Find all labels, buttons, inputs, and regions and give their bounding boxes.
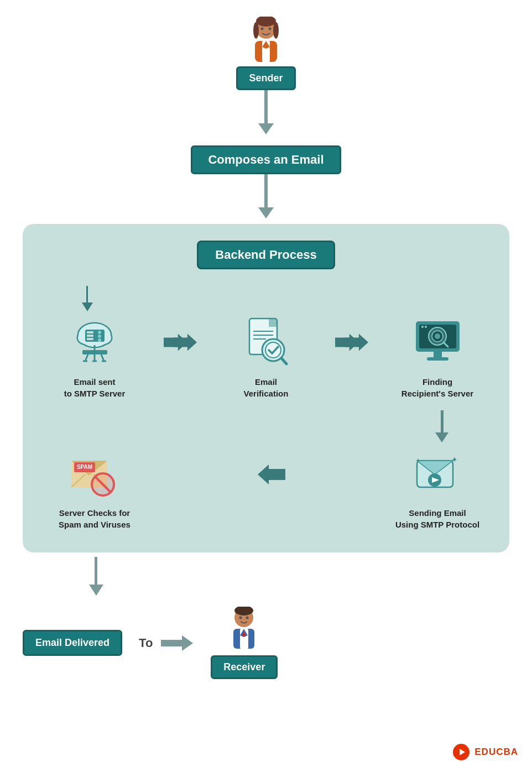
- svg-rect-18: [87, 335, 93, 337]
- svg-point-50: [425, 326, 427, 328]
- svg-text:✦: ✦: [416, 457, 420, 463]
- down-arrow-triangle: [435, 432, 448, 442]
- smtp-protocol-icon: ✦ ✦: [410, 445, 465, 500]
- step2-verification: EmailVerification: [211, 314, 321, 399]
- sender-person-icon: [244, 17, 288, 66]
- vert-arrow-line: [441, 410, 444, 432]
- to-label: To: [139, 636, 153, 650]
- educba-logo: EDUCBA: [452, 743, 518, 761]
- step4-label: Server Checks forSpam and Viruses: [59, 507, 131, 530]
- svg-point-49: [421, 326, 424, 328]
- process-row-1: Email sentto SMTP Server: [39, 314, 493, 399]
- receiver-container: Receiver: [211, 607, 278, 679]
- step2-label: EmailVerification: [244, 376, 289, 399]
- svg-point-4: [261, 28, 264, 30]
- smtp-server-icon: [67, 314, 122, 369]
- svg-point-22: [98, 338, 101, 342]
- svg-marker-42: [345, 334, 368, 351]
- svg-marker-34: [269, 319, 277, 327]
- svg-marker-61: [258, 465, 285, 484]
- connector-vert: [86, 286, 88, 302]
- step1-smtp: Email sentto SMTP Server: [39, 314, 150, 399]
- arrow-step1-to-2: [164, 314, 197, 351]
- sender-label: Sender: [236, 66, 295, 90]
- arrow-line-1: [264, 90, 268, 123]
- svg-point-5: [269, 28, 272, 30]
- svg-rect-51: [434, 352, 442, 357]
- arrow-1: [258, 123, 274, 134]
- backend-title: Backend Process: [197, 241, 335, 269]
- arrow-step2-to-3: [335, 314, 368, 351]
- bottom-row: Email Delivered To: [23, 607, 509, 679]
- spam-check-icon: SPAM: [67, 445, 122, 500]
- bottom-down-arrow: [89, 585, 103, 596]
- compose-label: Composes an Email: [191, 145, 341, 174]
- email-delivered-container: Email Delivered: [23, 630, 122, 656]
- email-verification-icon: [238, 314, 294, 369]
- step3-recipient-server: FindingRecipient's Server: [382, 314, 493, 399]
- step5-smtp-protocol: ✦ ✦ Sending EmailUsing SMTP Protocol: [382, 445, 493, 530]
- svg-point-72: [246, 617, 249, 619]
- bottom-vert-line: [95, 557, 97, 585]
- svg-line-40: [281, 358, 286, 364]
- connector-arrow: [82, 302, 93, 311]
- arrow-row-connector: [39, 410, 493, 442]
- svg-marker-32: [173, 334, 197, 351]
- backend-title-row: Backend Process: [39, 241, 493, 269]
- svg-rect-17: [87, 331, 93, 333]
- email-delivered-label: Email Delivered: [23, 630, 122, 656]
- svg-line-25: [85, 354, 88, 361]
- receiver-person-icon: [223, 607, 265, 651]
- step1-label: Email sentto SMTP Server: [64, 376, 126, 399]
- step5-label: Sending EmailUsing SMTP Protocol: [395, 507, 479, 530]
- arrow-step5-to-4: [247, 445, 285, 484]
- svg-marker-68: [161, 635, 193, 651]
- svg-line-27: [101, 354, 104, 361]
- svg-point-21: [98, 335, 101, 338]
- bottom-arrow-container: [23, 557, 509, 596]
- recipient-server-icon: [410, 314, 465, 369]
- svg-point-2: [253, 22, 259, 39]
- backend-process-box: Backend Process: [23, 224, 509, 552]
- to-arrow-container: To: [139, 635, 194, 651]
- svg-point-47: [435, 333, 440, 339]
- svg-point-20: [98, 331, 101, 334]
- svg-rect-52: [427, 357, 448, 361]
- educba-text: EDUCBA: [474, 747, 518, 758]
- svg-text:✦: ✦: [451, 455, 458, 464]
- process-row-2: SPAM Server Checks forSpam and Viruses: [39, 445, 493, 530]
- educba-icon: [452, 743, 470, 761]
- step4-spam-check: SPAM Server Checks forSpam and Viruses: [39, 445, 150, 530]
- diagram-container: Sender Composes an Email Backend Process: [23, 17, 509, 679]
- svg-point-71: [239, 617, 242, 619]
- svg-point-39: [265, 342, 281, 358]
- svg-point-3: [273, 22, 279, 39]
- svg-rect-24: [82, 350, 107, 354]
- svg-rect-19: [87, 338, 93, 340]
- step3-label: FindingRecipient's Server: [401, 376, 473, 399]
- arrow-line-2: [264, 174, 268, 207]
- receiver-label: Receiver: [211, 655, 278, 679]
- to-arrow-icon: [161, 635, 194, 651]
- svg-text:SPAM: SPAM: [76, 464, 92, 470]
- arrow-2: [258, 207, 274, 218]
